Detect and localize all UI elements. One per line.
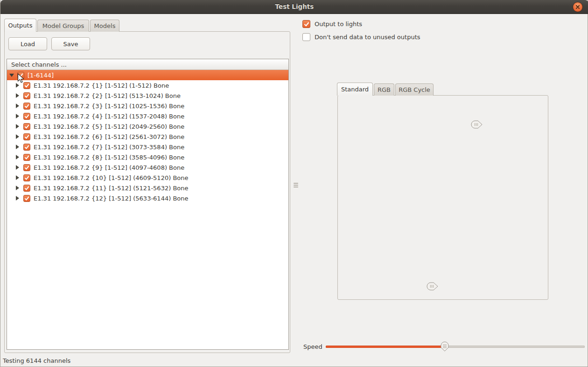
expand-triangle-icon[interactable] [16,114,19,118]
tab-rgb-cycle-label: RGB Cycle [399,86,430,93]
tree-item-row[interactable]: E1.31 192.168.7.2 {3} [1-512] (1025-1536… [7,101,288,111]
expand-triangle-icon[interactable] [16,175,19,180]
tree-item-label: E1.31 192.168.7.2 {6} [1-512] (2561-3072… [34,133,184,140]
expand-triangle-icon[interactable] [16,83,19,88]
tab-models[interactable]: Models [90,20,119,32]
status-bar-text: Testing 6144 channels [3,357,70,364]
tree-item-label: E1.31 192.168.7.2 {9} [1-512] (4097-4608… [34,164,184,171]
tree-item-row[interactable]: E1.31 192.168.7.2 {2} [1-512] (513-1024)… [7,90,288,101]
splitter-grip[interactable] [294,185,298,186]
tab-model-groups[interactable]: Model Groups [37,20,89,32]
channel-checkbox[interactable] [23,133,30,140]
speed-slider-track[interactable] [326,346,585,348]
mouse-cursor [17,73,24,83]
channel-checkbox[interactable] [23,174,30,181]
tree-item-row[interactable]: E1.31 192.168.7.2 {1} [1-512] (1-512) Bo… [7,80,288,90]
expand-triangle-icon[interactable] [16,124,19,129]
check-icon [24,124,29,129]
tree-item-label: E1.31 192.168.7.2 {3} [1-512] (1025-1536… [34,103,184,110]
channel-checkbox[interactable] [23,92,30,99]
tree-item-row[interactable]: E1.31 192.168.7.2 {5} [1-512] (2049-2560… [7,121,288,132]
check-icon [24,83,29,88]
tree-item-row[interactable]: E1.31 192.168.7.2 {6} [1-512] (2561-3072… [7,132,288,142]
standard-tab-page [337,95,548,300]
load-button-label: Load [21,41,35,48]
tab-rgb-label: RGB [378,86,391,93]
tree-item-row[interactable]: E1.31 192.168.7.2 {8} [1-512] (3585-4096… [7,152,288,162]
check-icon [24,186,29,191]
tree-root-row[interactable]: [1-6144] [7,70,288,80]
expand-triangle-icon[interactable] [16,165,19,170]
tree-item-label: E1.31 192.168.7.2 {5} [1-512] (2049-2560… [34,123,184,130]
splitter-grip[interactable] [294,183,298,184]
channel-checkbox[interactable] [23,195,30,202]
tab-outputs[interactable]: Outputs [4,19,36,32]
tab-rgb-cycle[interactable]: RGB Cycle [395,83,434,96]
output-to-lights-checkbox[interactable] [302,20,310,28]
tab-model-groups-label: Model Groups [42,22,84,29]
check-icon [24,114,29,119]
expand-triangle-icon[interactable] [16,134,19,139]
check-icon [24,155,29,160]
speed-slider-fill [326,346,445,348]
channel-checkbox[interactable] [23,123,30,130]
tree-item-row[interactable]: E1.31 192.168.7.2 {10} [1-512] (4609-512… [7,173,288,183]
close-button[interactable] [573,2,583,12]
check-icon [304,21,309,27]
tree-item-label: E1.31 192.168.7.2 {10} [1-512] (4609-512… [34,174,189,181]
check-icon [24,134,29,139]
tree-root-label: [1-6144] [28,72,54,79]
background-intensity-slider-thumb[interactable] [426,282,438,291]
check-icon [24,145,29,150]
tree-item-label: E1.31 192.168.7.2 {11} [1-512] (5121-563… [34,185,189,192]
expand-triangle-icon[interactable] [16,196,19,201]
close-icon [575,5,580,9]
tree-item-label: E1.31 192.168.7.2 {2} [1-512] (513-1024)… [34,92,181,99]
save-button[interactable]: Save [51,37,90,50]
dont-send-data-checkbox[interactable] [302,33,310,41]
collapse-triangle-icon[interactable] [9,74,14,77]
channel-checkbox[interactable] [23,113,30,120]
channel-checkbox[interactable] [23,154,30,161]
expand-triangle-icon[interactable] [16,155,19,159]
channel-checkbox[interactable] [23,103,30,110]
dont-send-data-label: Don't send data to unused outputs [315,34,420,41]
tree-item-label: E1.31 192.168.7.2 {12} [1-512] (5633-614… [34,195,189,202]
check-icon [24,93,29,98]
tree-rows: [1-6144] E1.31 192.168.7.2 {1} [1-512] (… [7,70,288,203]
splitter-grip[interactable] [294,187,298,187]
expand-triangle-icon[interactable] [16,93,19,98]
channel-checkbox[interactable] [23,82,30,89]
expand-triangle-icon[interactable] [16,145,19,149]
tree-item-row[interactable]: E1.31 192.168.7.2 {4} [1-512] (1537-2048… [7,111,288,121]
tree-item-row[interactable]: E1.31 192.168.7.2 {12} [1-512] (5633-614… [7,193,288,203]
channel-checkbox[interactable] [23,185,30,192]
expand-triangle-icon[interactable] [16,104,19,108]
tab-rgb[interactable]: RGB [374,83,394,96]
tree-item-label: E1.31 192.168.7.2 {4} [1-512] (1537-2048… [34,113,184,120]
channel-tree: Select channels ... [1-6144] E1.31 192.1… [7,59,289,350]
tab-outputs-label: Outputs [8,22,33,29]
load-button[interactable]: Load [8,37,47,50]
tree-item-row[interactable]: E1.31 192.168.7.2 {9} [1-512] (4097-4608… [7,162,288,173]
tree-item-row[interactable]: E1.31 192.168.7.2 {11} [1-512] (5121-563… [7,183,288,193]
titlebar[interactable]: Test Lights [0,0,588,14]
save-button-label: Save [63,41,78,48]
channel-checkbox[interactable] [23,164,30,171]
speed-slider-thumb[interactable] [441,341,449,352]
tab-standard[interactable]: Standard [337,83,373,96]
check-icon [24,196,29,201]
tree-item-label: E1.31 192.168.7.2 {8} [1-512] (3585-4096… [34,154,184,161]
channel-checkbox[interactable] [23,144,30,151]
speed-label: Speed [303,343,322,350]
highlight-intensity-slider-thumb[interactable] [470,120,483,129]
tree-header-label: Select channels ... [11,61,67,68]
tree-column-header[interactable]: Select channels ... [7,59,288,70]
output-to-lights-label: Output to lights [315,21,362,28]
check-icon [24,104,29,109]
check-icon [24,175,29,180]
test-lights-window: Test Lights Outputs Model Groups Models … [0,0,588,367]
expand-triangle-icon[interactable] [16,186,19,190]
tree-item-row[interactable]: E1.31 192.168.7.2 {7} [1-512] (3073-3584… [7,142,288,152]
tree-item-label: E1.31 192.168.7.2 {1} [1-512] (1-512) Bo… [34,82,169,89]
